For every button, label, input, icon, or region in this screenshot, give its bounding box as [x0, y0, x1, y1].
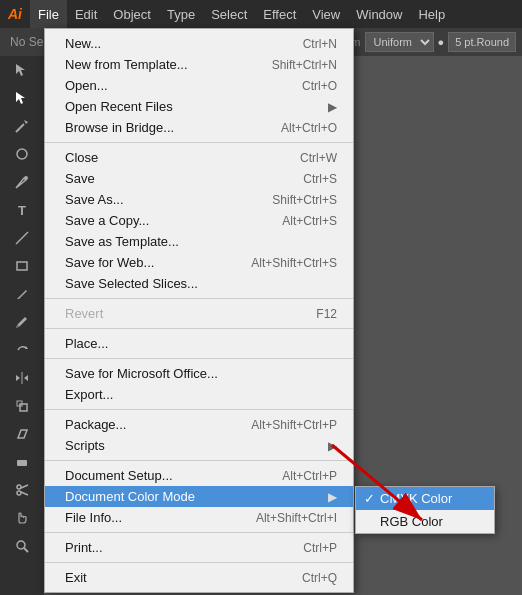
menu-items: File Edit Object Type Select Effect View…	[30, 0, 453, 28]
tool-line[interactable]	[0, 224, 44, 252]
menu-item-save-copy[interactable]: Save a Copy... Alt+Ctrl+S	[45, 210, 353, 231]
menu-section-5: Save for Microsoft Office... Export...	[45, 359, 353, 410]
menu-item-print[interactable]: Print... Ctrl+P	[45, 537, 353, 558]
menu-item-exit[interactable]: Exit Ctrl+Q	[45, 567, 353, 588]
menu-item-save[interactable]: Save Ctrl+S	[45, 168, 353, 189]
tool-magic-wand[interactable]	[0, 112, 44, 140]
tool-shear[interactable]	[0, 420, 44, 448]
tool-rotate[interactable]	[0, 336, 44, 364]
menu-item-save-template[interactable]: Save as Template...	[45, 231, 353, 252]
svg-marker-12	[24, 375, 28, 381]
menu-section-7: Document Setup... Alt+Ctrl+P Document Co…	[45, 461, 353, 533]
tool-arrow[interactable]	[0, 56, 44, 84]
tool-zoom[interactable]	[0, 532, 44, 560]
svg-line-6	[16, 232, 28, 244]
brush-size-display: 5 pt. Round	[448, 32, 516, 52]
tool-eraser[interactable]	[0, 448, 44, 476]
svg-point-17	[17, 491, 21, 495]
menu-item-new-template[interactable]: New from Template... Shift+Ctrl+N	[45, 54, 353, 75]
menu-section-3: Revert F12	[45, 299, 353, 329]
menu-item-save-web[interactable]: Save for Web... Alt+Shift+Ctrl+S	[45, 252, 353, 273]
svg-rect-15	[17, 460, 27, 466]
svg-rect-13	[20, 404, 27, 411]
tool-direct-select[interactable]	[0, 84, 44, 112]
svg-point-16	[17, 485, 21, 489]
selection-label: No Se	[6, 35, 47, 49]
menu-item-export[interactable]: Export...	[45, 384, 353, 405]
menu-item-doc-setup[interactable]: Document Setup... Alt+Ctrl+P	[45, 465, 353, 486]
menu-item-save-office[interactable]: Save for Microsoft Office...	[45, 363, 353, 384]
menu-item-file[interactable]: File	[30, 0, 67, 28]
menu-item-open-recent[interactable]: Open Recent Files ▶	[45, 96, 353, 117]
menu-item-object[interactable]: Object	[105, 0, 159, 28]
menu-item-save-slices[interactable]: Save Selected Slices...	[45, 273, 353, 294]
tool-mirror[interactable]	[0, 364, 44, 392]
svg-line-18	[21, 485, 28, 488]
svg-point-4	[17, 149, 27, 159]
menu-item-package[interactable]: Package... Alt+Shift+Ctrl+P	[45, 414, 353, 435]
tool-pencil[interactable]	[0, 308, 44, 336]
tool-rect[interactable]	[0, 252, 44, 280]
svg-rect-7	[17, 262, 27, 270]
left-toolbar: T	[0, 56, 44, 595]
svg-marker-11	[16, 375, 20, 381]
tool-scissors[interactable]	[0, 476, 44, 504]
menu-item-save-as[interactable]: Save As... Shift+Ctrl+S	[45, 189, 353, 210]
svg-point-20	[17, 541, 25, 549]
color-mode-submenu: CMYK Color RGB Color	[355, 486, 495, 534]
tool-lasso[interactable]	[0, 140, 44, 168]
uniform-select[interactable]: Uniform	[365, 32, 434, 52]
menu-item-doc-color-mode[interactable]: Document Color Mode ▶	[45, 486, 353, 507]
menu-bar: Ai File Edit Object Type Select Effect V…	[0, 0, 522, 28]
menu-section-4: Place...	[45, 329, 353, 359]
menu-section-9: Exit Ctrl+Q	[45, 563, 353, 592]
submenu-cmyk[interactable]: CMYK Color	[356, 487, 494, 510]
menu-item-place[interactable]: Place...	[45, 333, 353, 354]
tool-pen[interactable]	[0, 168, 44, 196]
menu-item-help[interactable]: Help	[410, 0, 453, 28]
svg-marker-3	[24, 120, 28, 124]
menu-item-window[interactable]: Window	[348, 0, 410, 28]
menu-item-close[interactable]: Close Ctrl+W	[45, 147, 353, 168]
menu-item-revert: Revert F12	[45, 303, 353, 324]
app-logo: Ai	[0, 0, 30, 28]
menu-item-file-info[interactable]: File Info... Alt+Shift+Ctrl+I	[45, 507, 353, 528]
menu-item-edit[interactable]: Edit	[67, 0, 105, 28]
menu-item-browse-bridge[interactable]: Browse in Bridge... Alt+Ctrl+O	[45, 117, 353, 138]
svg-marker-0	[16, 64, 25, 76]
menu-item-view[interactable]: View	[304, 0, 348, 28]
svg-marker-1	[16, 92, 25, 104]
svg-line-2	[16, 124, 24, 132]
svg-line-19	[21, 492, 28, 495]
brush-size-label: ●	[438, 36, 445, 48]
menu-section-8: Print... Ctrl+P	[45, 533, 353, 563]
menu-item-new[interactable]: New... Ctrl+N	[45, 33, 353, 54]
submenu-container: Document Color Mode ▶ CMYK Color RGB Col…	[45, 486, 353, 507]
menu-section-2: Close Ctrl+W Save Ctrl+S Save As... Shif…	[45, 143, 353, 299]
tool-scale[interactable]	[0, 392, 44, 420]
tool-paintbrush[interactable]	[0, 280, 44, 308]
menu-item-select[interactable]: Select	[203, 0, 255, 28]
menu-section-1: New... Ctrl+N New from Template... Shift…	[45, 29, 353, 143]
tool-type[interactable]: T	[0, 196, 44, 224]
submenu-rgb[interactable]: RGB Color	[356, 510, 494, 533]
menu-section-6: Package... Alt+Shift+Ctrl+P Scripts ▶	[45, 410, 353, 461]
menu-item-open[interactable]: Open... Ctrl+O	[45, 75, 353, 96]
file-dropdown-menu: New... Ctrl+N New from Template... Shift…	[44, 28, 354, 593]
menu-item-scripts[interactable]: Scripts ▶	[45, 435, 353, 456]
svg-line-21	[24, 548, 28, 552]
tool-hand[interactable]	[0, 504, 44, 532]
menu-item-type[interactable]: Type	[159, 0, 203, 28]
svg-point-5	[24, 176, 28, 180]
menu-item-effect[interactable]: Effect	[255, 0, 304, 28]
